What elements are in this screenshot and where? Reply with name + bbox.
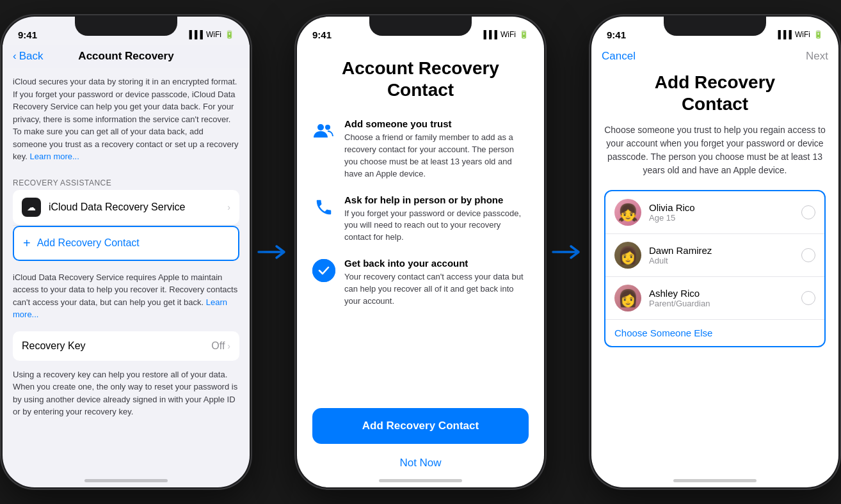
add-recovery-label: Add Recovery Contact <box>37 237 140 249</box>
feature-text-3: Get back into your account Your recovery… <box>344 258 529 308</box>
arrow-icon-1 <box>257 242 289 262</box>
next-button[interactable]: Next <box>806 50 828 63</box>
scene: 9:41 ▐▐▐ WiFi 🔋 ‹ Back Account Recovery … <box>0 0 841 504</box>
battery-icon-3: 🔋 <box>813 30 823 39</box>
p2-title: Account Recovery Contact <box>342 58 499 100</box>
battery-icon-2: 🔋 <box>519 30 529 39</box>
recovery-key-label: Recovery Key <box>22 340 86 352</box>
wifi-icon-2: WiFi <box>501 30 516 39</box>
status-icons-1: ▐▐▐ WiFi 🔋 <box>186 30 234 39</box>
feature-item-2: Ask for help in person or by phone If yo… <box>312 194 529 244</box>
icloud-recovery-item[interactable]: ☁ iCloud Data Recovery Service › <box>13 190 239 224</box>
contact-name-olivia: Olivia Rico <box>649 202 794 213</box>
feature-item-3: Get back into your account Your recovery… <box>312 258 529 308</box>
radio-ashley[interactable] <box>801 291 815 305</box>
contact-item-olivia[interactable]: 👧 Olivia Rico Age 15 <box>605 191 824 234</box>
status-icons-3: ▐▐▐ WiFi 🔋 <box>775 30 823 39</box>
time-2: 9:41 <box>312 29 332 40</box>
icloud-service-label: iCloud Data Recovery Service <box>49 201 185 213</box>
phone-2: 9:41 ▐▐▐ WiFi 🔋 Account Recovery Contact <box>296 15 545 489</box>
radio-olivia[interactable] <box>801 205 815 219</box>
p3-title: Add Recovery Contact <box>604 72 826 114</box>
learn-more-link-1[interactable]: Learn more... <box>30 152 79 161</box>
arrow-2 <box>545 242 590 262</box>
contact-item-dawn[interactable]: 👩 Dawn Ramirez Adult <box>605 234 824 277</box>
content-2: Account Recovery Contact <box>297 45 544 487</box>
content-3: Add Recovery Contact Choose someone you … <box>591 65 838 485</box>
arrow-icon-2 <box>552 242 584 262</box>
notch-1 <box>75 17 177 36</box>
content-1: iCloud secures your data by storing it i… <box>3 68 250 482</box>
feature-title-3: Get back into your account <box>344 258 529 269</box>
add-recovery-contact-button[interactable]: Add Recovery Contact <box>312 408 529 444</box>
contact-sub-dawn: Adult <box>649 256 794 265</box>
cancel-button[interactable]: Cancel <box>602 50 636 63</box>
status-icons-2: ▐▐▐ WiFi 🔋 <box>481 30 529 39</box>
feature-list: Add someone you trust Choose a friend or… <box>312 118 529 398</box>
notch-2 <box>369 17 472 36</box>
wifi-icon: WiFi <box>206 30 221 39</box>
home-indicator-1 <box>84 479 168 482</box>
feature-desc-2: If you forget your password or device pa… <box>344 208 529 244</box>
chevron-right-icon-1: › <box>227 202 230 212</box>
arrow-1 <box>251 242 296 262</box>
feature-desc-1: Choose a friend or family member to add … <box>344 132 529 180</box>
home-indicator-3 <box>673 479 757 482</box>
chevron-right-icon-2: › <box>227 341 230 351</box>
plus-icon: + <box>23 236 31 251</box>
svg-point-0 <box>317 124 324 130</box>
svg-point-1 <box>325 125 330 130</box>
notch-3 <box>664 17 766 36</box>
footnote-2: Using a recovery key can help you restor… <box>13 366 239 421</box>
avatar-dawn: 👩 <box>614 242 641 269</box>
p2-buttons: Add Recovery Contact Not Now <box>312 398 529 487</box>
footnote-1: iCloud Data Recovery Service requires Ap… <box>13 266 239 331</box>
nav-bar-3: Cancel Next <box>591 45 838 65</box>
section-header-1: RECOVERY ASSISTANCE <box>13 173 239 190</box>
contact-info-dawn: Dawn Ramirez Adult <box>649 245 794 265</box>
checkmark-icon <box>312 259 335 282</box>
feature-item-1: Add someone you trust Choose a friend or… <box>312 118 529 180</box>
radio-dawn[interactable] <box>801 248 815 262</box>
feature-desc-3: Your recovery contact can't access your … <box>344 271 529 308</box>
signal-icon-3: ▐▐▐ <box>775 30 792 39</box>
contact-sub-olivia: Age 15 <box>649 213 794 223</box>
time-1: 9:41 <box>18 29 37 40</box>
add-recovery-button[interactable]: + Add Recovery Contact <box>13 226 239 261</box>
page-title-1: Account Recovery <box>78 50 173 63</box>
icloud-icon: ☁ <box>22 198 41 217</box>
avatar-ashley: 👩 <box>614 285 641 311</box>
phone-3: 9:41 ▐▐▐ WiFi 🔋 Cancel Next Add Recovery… <box>590 15 840 489</box>
battery-icon: 🔋 <box>225 30 234 39</box>
feature-text-1: Add someone you trust Choose a friend or… <box>344 118 529 180</box>
recovery-key-item[interactable]: Recovery Key Off › <box>13 331 239 361</box>
description-1: iCloud secures your data by storing it i… <box>13 68 239 173</box>
svg-point-2 <box>312 259 335 282</box>
contact-item-ashley[interactable]: 👩 Ashley Rico Parent/Guardian <box>605 277 824 320</box>
nav-bar-1: ‹ Back Account Recovery <box>3 45 250 68</box>
time-3: 9:41 <box>607 29 626 40</box>
wifi-icon-3: WiFi <box>795 30 810 39</box>
home-indicator-2 <box>379 479 462 482</box>
signal-icon-2: ▐▐▐ <box>481 30 497 39</box>
contact-info-olivia: Olivia Rico Age 15 <box>649 202 794 223</box>
choose-someone-button[interactable]: Choose Someone Else <box>605 320 824 346</box>
contact-name-ashley: Ashley Rico <box>649 288 794 299</box>
feature-title-2: Ask for help in person or by phone <box>344 194 529 205</box>
chevron-left-icon: ‹ <box>13 50 17 63</box>
phone-icon <box>312 196 335 219</box>
phone-1: 9:41 ▐▐▐ WiFi 🔋 ‹ Back Account Recovery … <box>1 15 251 489</box>
contact-info-ashley: Ashley Rico Parent/Guardian <box>649 288 794 308</box>
back-button-1[interactable]: ‹ Back <box>13 50 43 63</box>
people-icon <box>312 120 335 143</box>
contact-name-dawn: Dawn Ramirez <box>649 245 794 256</box>
contacts-list: 👧 Olivia Rico Age 15 👩 <box>604 190 826 347</box>
recovery-key-value: Off <box>211 340 225 352</box>
p3-description: Choose someone you trust to help you reg… <box>604 123 826 177</box>
feature-text-2: Ask for help in person or by phone If yo… <box>344 194 529 244</box>
signal-icon: ▐▐▐ <box>186 30 203 39</box>
feature-title-1: Add someone you trust <box>344 118 529 129</box>
contact-sub-ashley: Parent/Guardian <box>649 299 794 308</box>
avatar-olivia: 👧 <box>614 199 641 226</box>
not-now-button[interactable]: Not Now <box>312 452 529 475</box>
